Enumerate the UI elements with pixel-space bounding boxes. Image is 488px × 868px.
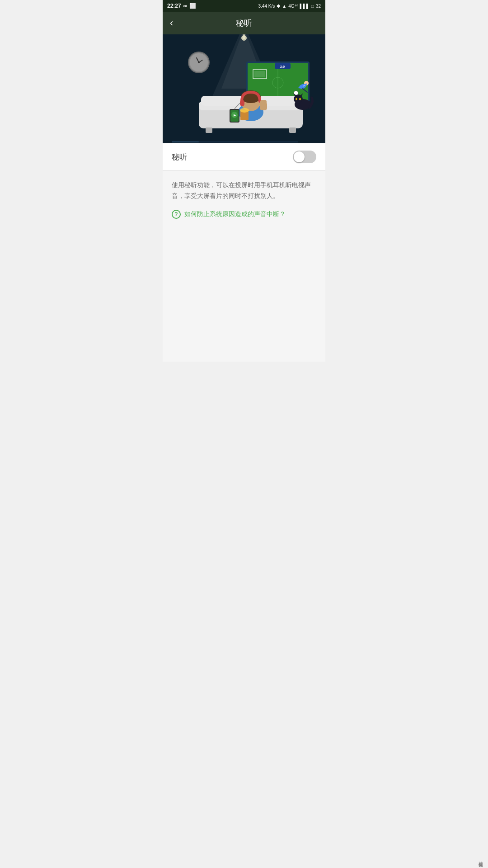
svg-rect-18 bbox=[254, 71, 265, 77]
svg-rect-32 bbox=[289, 127, 296, 133]
help-icon: ? bbox=[172, 210, 181, 219]
wifi-icon: ▲ bbox=[282, 4, 286, 9]
battery-level: 32 bbox=[316, 4, 321, 9]
infinity-icon: ∞ bbox=[183, 3, 188, 9]
svg-point-50 bbox=[296, 98, 297, 100]
signal-bars: ▌▌▌ bbox=[300, 4, 310, 9]
back-button[interactable]: ‹ bbox=[166, 14, 177, 33]
help-text: 如何防止系统原因造成的声音中断？ bbox=[184, 210, 286, 218]
status-left: 22:27 ∞ ⬜ bbox=[167, 3, 196, 9]
svg-rect-54 bbox=[172, 142, 199, 142]
network-speed: 3.44 K/s bbox=[258, 4, 275, 9]
bluetooth-icon: ✱ bbox=[277, 4, 280, 9]
nav-bar: ‹ 秘听 bbox=[163, 12, 325, 34]
status-right: 3.44 K/s ✱ ▲ 4G⁴⁶ ▌▌▌ □ 32 bbox=[258, 4, 321, 9]
description-text: 使用秘听功能，可以在投屏时用手机耳机听电视声音，享受大屏看片的同时不打扰别人。 bbox=[172, 180, 316, 202]
svg-point-11 bbox=[198, 61, 200, 63]
bottom-area bbox=[163, 226, 325, 362]
page-title: 秘听 bbox=[236, 18, 252, 28]
status-bar: 22:27 ∞ ⬜ 3.44 K/s ✱ ▲ 4G⁴⁶ ▌▌▌ □ 32 bbox=[163, 0, 325, 12]
hero-illustration: 2:0 7 ▶ bbox=[163, 34, 325, 143]
svg-rect-39 bbox=[260, 100, 267, 104]
svg-rect-5 bbox=[243, 34, 245, 39]
svg-point-45 bbox=[240, 108, 249, 113]
time-display: 22:27 bbox=[167, 3, 181, 9]
svg-text:2:0: 2:0 bbox=[280, 65, 285, 68]
svg-point-51 bbox=[299, 98, 301, 100]
help-link[interactable]: ? 如何防止系统原因造成的声音中断？ bbox=[172, 210, 316, 219]
toggle-label: 秘听 bbox=[172, 152, 187, 162]
battery-icon: □ bbox=[311, 4, 314, 9]
description-area: 使用秘听功能，可以在投屏时用手机耳机听电视声音，享受大屏看片的同时不打扰别人。 … bbox=[163, 171, 325, 226]
secret-listen-toggle[interactable] bbox=[293, 151, 316, 163]
toggle-section: 秘听 bbox=[163, 143, 325, 170]
signal-icons: 4G⁴⁶ bbox=[288, 4, 298, 9]
svg-rect-31 bbox=[206, 127, 212, 133]
image-icon: ⬜ bbox=[189, 3, 196, 9]
svg-rect-36 bbox=[240, 100, 244, 106]
